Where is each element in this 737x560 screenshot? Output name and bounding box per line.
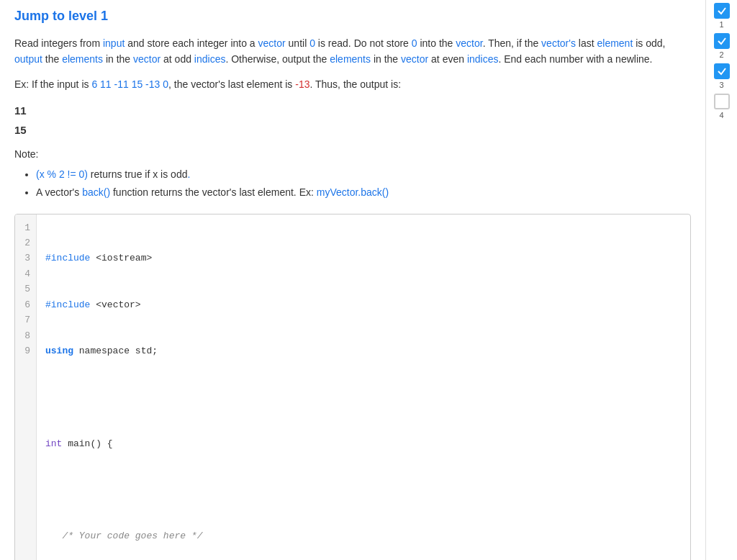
sidebar-checkbox-4: [714, 94, 730, 109]
sidebar-num-3: 3: [719, 81, 723, 89]
sidebar-num-4: 4: [719, 111, 723, 119]
sidebar-item-2[interactable]: 2: [714, 33, 730, 59]
note-item-2: A vector's back() function returns the v…: [36, 184, 691, 202]
sidebar-item-1[interactable]: 1: [714, 3, 730, 29]
note-title: Note:: [14, 148, 691, 160]
description-text: Read integers from input and store each …: [14, 35, 691, 68]
example-output: 11 15: [14, 101, 691, 140]
sidebar-item-3[interactable]: 3: [714, 63, 730, 89]
sidebar-checkbox-2: [714, 33, 730, 49]
checkmark-icon-1: [717, 6, 727, 16]
checkmark-icon-3: [717, 66, 727, 76]
line-numbers: 1 2 3 4 5 6 7 8 9: [15, 214, 37, 560]
sidebar-checkbox-3: [714, 63, 730, 79]
sidebar-checkbox-1: [714, 3, 730, 19]
main-content: Jump to level 1 Read integers from input…: [0, 0, 705, 560]
output-line-2: 15: [14, 120, 691, 140]
sidebar-num-1: 1: [719, 20, 723, 29]
example-intro: Ex: If the input is 6 11 -11 15 -13 0, t…: [14, 76, 691, 92]
sidebar-item-4[interactable]: 4: [714, 94, 730, 119]
output-line-1: 11: [14, 101, 691, 120]
code-area: 1 2 3 4 5 6 7 8 9 #include <iostream> #i…: [15, 214, 690, 560]
code-editor[interactable]: 1 2 3 4 5 6 7 8 9 #include <iostream> #i…: [14, 214, 691, 560]
level-title: Jump to level 1: [14, 9, 691, 24]
sidebar: 1 2 3 4: [705, 0, 737, 560]
note-item-1: (x % 2 != 0) returns true if x is odd.: [36, 166, 691, 184]
notes-list: (x % 2 != 0) returns true if x is odd. A…: [36, 166, 691, 202]
code-lines[interactable]: #include <iostream> #include <vector> us…: [37, 214, 690, 560]
sidebar-num-2: 2: [719, 50, 723, 59]
checkmark-icon-2: [717, 36, 727, 46]
